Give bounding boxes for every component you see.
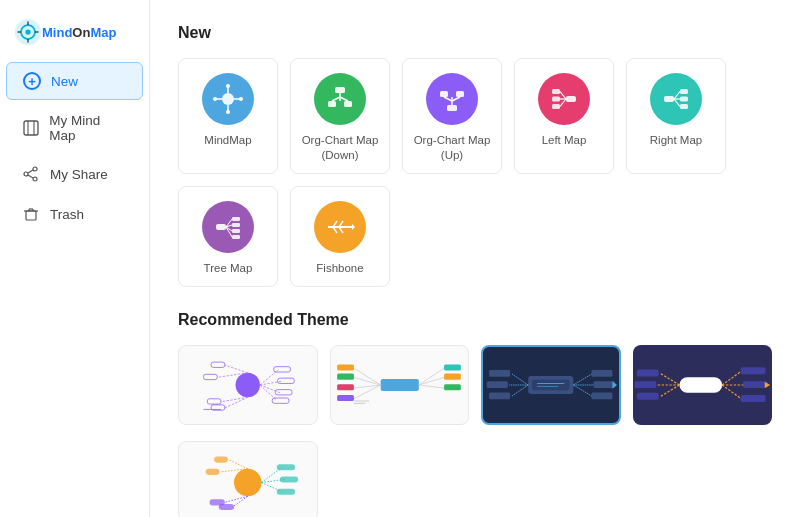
sidebar-item-new[interactable]: + New (6, 62, 143, 100)
svg-point-70 (236, 373, 260, 397)
theme-placeholder-2 (330, 441, 470, 517)
svg-line-71 (225, 365, 248, 373)
svg-rect-15 (26, 211, 36, 220)
svg-rect-150 (277, 488, 295, 494)
svg-line-13 (28, 170, 33, 173)
theme-card-light-color[interactable] (330, 345, 470, 425)
template-fishbone[interactable]: Fishbone (290, 186, 390, 287)
svg-rect-128 (740, 395, 765, 402)
svg-rect-110 (591, 370, 612, 377)
svg-line-113 (512, 374, 529, 385)
sidebar-item-my-share[interactable]: My Share (6, 156, 143, 192)
map-icon (22, 119, 39, 137)
template-tree-map[interactable]: Tree Map (178, 186, 278, 287)
left-map-label: Left Map (542, 133, 587, 148)
tree-map-icon-circle (202, 201, 254, 253)
right-map-label: Right Map (650, 133, 702, 148)
svg-line-97 (418, 368, 443, 385)
svg-line-99 (418, 385, 443, 388)
theme-svg-dark-navy (633, 345, 773, 425)
svg-rect-149 (280, 476, 298, 482)
trash-icon (22, 205, 40, 223)
svg-line-98 (418, 377, 443, 385)
svg-point-26 (239, 97, 243, 101)
org-chart-up-icon-circle (426, 73, 478, 125)
svg-rect-148 (277, 464, 295, 470)
svg-rect-117 (487, 381, 508, 388)
mindmap-label: MindMap (204, 133, 251, 148)
sidebar-item-trash[interactable]: Trash (6, 196, 143, 232)
svg-rect-37 (456, 91, 464, 97)
sidebar-item-my-mind-map[interactable]: My Mind Map (6, 104, 143, 152)
svg-point-27 (226, 110, 230, 114)
tree-map-label: Tree Map (204, 261, 253, 276)
svg-line-125 (722, 385, 741, 399)
svg-line-89 (353, 368, 380, 385)
svg-rect-7 (24, 121, 38, 135)
svg-line-123 (722, 371, 741, 385)
svg-rect-126 (740, 367, 765, 374)
svg-rect-96 (337, 395, 354, 401)
main-content: New MindMap Org-Chart Map (Down) Org-Cha… (150, 0, 800, 517)
svg-rect-56 (232, 217, 240, 221)
svg-rect-145 (206, 469, 220, 475)
svg-point-136 (234, 469, 262, 497)
svg-line-77 (260, 385, 280, 393)
svg-line-107 (573, 374, 592, 385)
org-chart-up-label: Org-Chart Map (Up) (413, 133, 491, 163)
svg-line-115 (512, 385, 529, 396)
svg-line-129 (660, 373, 679, 385)
svg-rect-93 (337, 364, 354, 370)
logo: MindOnMap (0, 8, 149, 60)
svg-rect-35 (447, 105, 457, 111)
theme-svg-orange-purple (179, 442, 317, 517)
svg-line-131 (660, 385, 679, 397)
svg-rect-50 (680, 97, 688, 102)
svg-point-10 (33, 167, 37, 171)
theme-card-light-purple[interactable] (178, 345, 318, 425)
template-mindmap[interactable]: MindMap (178, 58, 278, 174)
svg-line-33 (332, 97, 340, 101)
sidebar-item-my-mind-map-label: My Mind Map (49, 113, 127, 143)
svg-rect-84 (278, 378, 295, 383)
svg-rect-95 (337, 384, 354, 390)
mindmap-icon-circle (202, 73, 254, 125)
theme-card-dark-blue[interactable] (481, 345, 621, 425)
svg-line-34 (340, 97, 348, 101)
svg-rect-88 (380, 379, 418, 391)
template-org-chart-down[interactable]: Org-Chart Map (Down) (290, 58, 390, 174)
svg-line-54 (674, 99, 680, 107)
theme-card-dark-navy[interactable] (633, 345, 773, 425)
template-org-chart-up[interactable]: Org-Chart Map (Up) (402, 58, 502, 174)
theme-svg-light-purple (179, 346, 317, 424)
theme-grid-row2 (178, 441, 772, 517)
svg-point-20 (222, 93, 234, 105)
svg-rect-101 (444, 373, 461, 379)
template-right-map[interactable]: Right Map (626, 58, 726, 174)
theme-grid-row1 (178, 345, 772, 425)
svg-rect-134 (636, 393, 658, 400)
org-chart-down-label: Org-Chart Map (Down) (301, 133, 379, 163)
svg-rect-144 (214, 456, 228, 462)
svg-rect-122 (679, 377, 722, 393)
svg-rect-147 (219, 504, 234, 510)
svg-rect-57 (232, 223, 240, 227)
svg-point-2 (25, 29, 30, 34)
svg-line-137 (229, 459, 248, 468)
svg-line-39 (444, 97, 452, 101)
svg-rect-133 (634, 381, 656, 388)
template-left-map[interactable]: Left Map (514, 58, 614, 174)
svg-rect-30 (328, 101, 336, 107)
theme-card-orange-purple[interactable] (178, 441, 318, 517)
svg-rect-44 (552, 104, 560, 109)
svg-line-92 (353, 385, 380, 399)
svg-line-91 (353, 385, 380, 388)
svg-rect-132 (636, 369, 658, 376)
recommended-section-title: Recommended Theme (178, 311, 772, 329)
fishbone-label: Fishbone (316, 261, 363, 276)
svg-rect-116 (489, 370, 510, 377)
theme-placeholder-3 (481, 441, 621, 517)
svg-rect-111 (594, 381, 615, 388)
svg-rect-51 (680, 104, 688, 109)
logo-icon (14, 18, 42, 46)
